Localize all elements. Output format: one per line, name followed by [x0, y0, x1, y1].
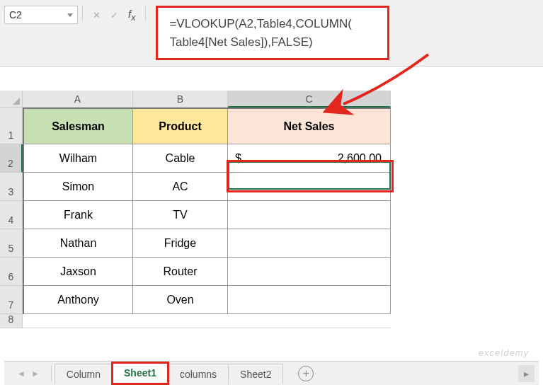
watermark: exceldemy [479, 347, 529, 358]
cell-c4[interactable] [228, 201, 391, 229]
cell-a2[interactable]: Wilham [23, 144, 133, 173]
column-headers: A B C [23, 91, 543, 108]
cell-a6[interactable]: Jaxson [23, 258, 133, 286]
col-header-b[interactable]: B [133, 91, 228, 108]
table-row: 7 Anthony Oven [0, 286, 543, 314]
cell-b7[interactable]: Oven [133, 286, 228, 314]
cell-c8[interactable] [228, 314, 391, 328]
sheet-tabs-bar: ◄ ► Column Sheet1 columns Sheet2 + ▸ [4, 361, 539, 385]
select-all-button[interactable] [0, 91, 23, 108]
cell-c6[interactable] [228, 258, 391, 286]
nav-prev-icon[interactable]: ◄ [17, 369, 25, 379]
cell-c2[interactable]: $ 2,600.00 [228, 144, 391, 173]
row-header-6[interactable]: 6 [0, 258, 23, 286]
col-header-c[interactable]: C [228, 91, 391, 108]
tabs-scroll-right[interactable]: ▸ [518, 365, 535, 382]
cell-b8[interactable] [133, 314, 228, 328]
cell-b3[interactable]: AC [133, 173, 228, 201]
table-row: 1 Salesman Product Net Sales [0, 108, 543, 144]
table-row: 8 [0, 314, 543, 328]
cell-a3[interactable]: Simon [23, 173, 133, 201]
row-header-4[interactable]: 4 [0, 201, 23, 229]
cell-c3[interactable] [228, 173, 391, 201]
table-row: 4 Frank TV [0, 201, 543, 229]
name-box-value: C2 [9, 9, 22, 21]
cell-a7[interactable]: Anthony [23, 286, 133, 314]
col-header-a[interactable]: A [23, 91, 133, 108]
separator [145, 6, 146, 21]
formula-line-2: Table4[Net Sales]),FALSE) [169, 33, 376, 52]
row-header-1[interactable]: 1 [0, 108, 23, 144]
name-box[interactable]: C2 [4, 6, 78, 24]
cell-b2[interactable]: Cable [133, 144, 228, 173]
header-product[interactable]: Product [133, 108, 228, 144]
nav-arrows: ◄ ► [8, 369, 48, 379]
spreadsheet-grid[interactable]: A B C 1 Salesman Product Net Sales 2 Wil… [0, 91, 543, 328]
row-header-8[interactable]: 8 [0, 314, 23, 328]
formula-bar: C2 ✕ ✓ fx =VLOOKUP(A2,Table4,COLUMN( Tab… [0, 0, 543, 67]
tabs-strip: Column Sheet1 columns Sheet2 [55, 362, 283, 384]
tab-sheet1[interactable]: Sheet1 [112, 362, 168, 384]
table-row: 5 Nathan Fridge [0, 229, 543, 258]
table-row: 2 Wilham Cable $ 2,600.00 [0, 144, 543, 173]
chevron-down-icon[interactable] [67, 13, 73, 17]
row-header-5[interactable]: 5 [0, 229, 23, 258]
cell-c5[interactable] [228, 229, 391, 258]
tab-columns[interactable]: columns [168, 364, 229, 384]
row-header-2[interactable]: 2 [0, 144, 23, 173]
fx-icon[interactable]: fx [128, 8, 135, 23]
cell-a8[interactable] [23, 314, 133, 328]
cell-a5[interactable]: Nathan [23, 229, 133, 258]
row-header-7[interactable]: 7 [0, 286, 23, 314]
separator [51, 366, 52, 381]
formula-line-1: =VLOOKUP(A2,Table4,COLUMN( [169, 15, 376, 33]
row-header-3[interactable]: 3 [0, 173, 23, 201]
currency-symbol: $ [234, 152, 241, 165]
tab-column[interactable]: Column [55, 364, 113, 384]
header-netsales[interactable]: Net Sales [228, 108, 391, 144]
cell-a4[interactable]: Frank [23, 201, 133, 229]
cell-value: 2,600.00 [338, 152, 384, 165]
enter-icon[interactable]: ✓ [110, 10, 118, 21]
tab-sheet2[interactable]: Sheet2 [228, 364, 283, 384]
cell-c7[interactable] [228, 286, 391, 314]
cell-b4[interactable]: TV [133, 201, 228, 229]
cell-b6[interactable]: Router [133, 258, 228, 286]
cell-b5[interactable]: Fridge [133, 229, 228, 258]
table-row: 6 Jaxson Router [0, 258, 543, 286]
table-row: 3 Simon AC [0, 173, 543, 201]
formula-callout: =VLOOKUP(A2,Table4,COLUMN( Table4[Net Sa… [156, 6, 389, 60]
formula-buttons: ✕ ✓ fx [87, 6, 141, 24]
header-salesman[interactable]: Salesman [23, 108, 133, 144]
separator [82, 6, 83, 21]
nav-next-icon[interactable]: ► [31, 369, 40, 379]
add-sheet-button[interactable]: + [298, 366, 314, 381]
cancel-icon[interactable]: ✕ [93, 10, 101, 21]
